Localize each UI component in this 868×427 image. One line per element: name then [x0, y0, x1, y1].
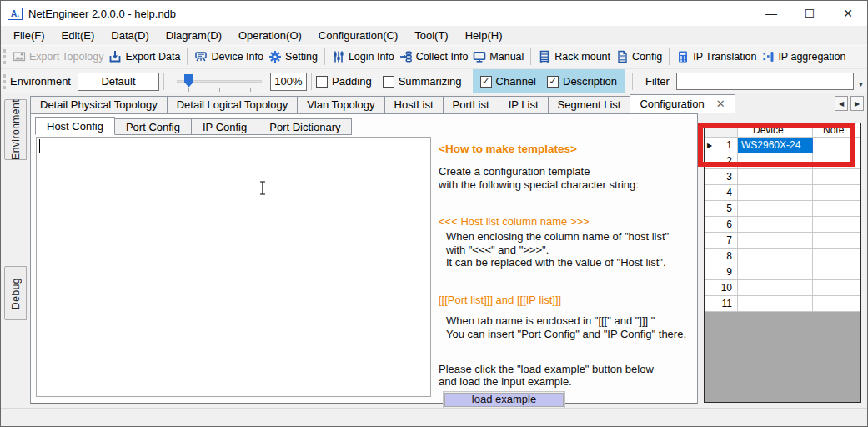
- toolbar-separator: [632, 73, 633, 90]
- export-data-button[interactable]: Export Data: [106, 48, 183, 66]
- channel-checkbox[interactable]: ✓ Channel: [480, 75, 536, 88]
- rack-mount-icon: [538, 50, 551, 63]
- filter-input[interactable]: [676, 73, 854, 90]
- sidebar-tab-debug[interactable]: Debug: [4, 266, 27, 320]
- note-cell[interactable]: [813, 296, 860, 312]
- row-header[interactable]: 5: [705, 201, 738, 217]
- config-button[interactable]: Config: [613, 48, 665, 66]
- menu-operation[interactable]: Operation(O): [230, 29, 310, 42]
- note-cell[interactable]: [813, 217, 860, 233]
- maximize-button[interactable]: ☐: [790, 1, 829, 26]
- note-cell[interactable]: [813, 233, 860, 249]
- note-cell[interactable]: [813, 185, 860, 201]
- table-row[interactable]: 3: [705, 169, 860, 185]
- row-header[interactable]: 6: [705, 217, 738, 233]
- note-cell[interactable]: [813, 169, 860, 185]
- padding-checkbox[interactable]: Padding: [316, 75, 372, 88]
- export-topology-button[interactable]: Export Topology: [10, 48, 106, 66]
- note-cell[interactable]: [813, 280, 860, 296]
- manual-button[interactable]: Manual: [470, 48, 526, 66]
- note-cell[interactable]: [813, 249, 860, 264]
- tab-detail-logical-topology[interactable]: Detail Logical Topology: [167, 96, 298, 113]
- login-info-button[interactable]: Login Info: [329, 48, 397, 66]
- summarizing-checkbox-box[interactable]: [383, 76, 394, 88]
- ip-translation-button[interactable]: IP Translation: [674, 48, 759, 66]
- tab-segment-list[interactable]: Segment List: [548, 96, 631, 113]
- load-example-button[interactable]: load example: [444, 393, 564, 407]
- note-cell[interactable]: [813, 201, 860, 217]
- table-row[interactable]: 10: [705, 280, 860, 296]
- device-cell[interactable]: [738, 201, 813, 217]
- tab-vlan-topology[interactable]: Vlan Topology: [297, 96, 384, 113]
- menu-file[interactable]: File(F): [5, 29, 53, 42]
- menu-data[interactable]: Data(D): [103, 29, 158, 42]
- table-row[interactable]: 6: [705, 217, 860, 233]
- tab-scroll-right-button[interactable]: ▶: [850, 96, 864, 111]
- device-cell[interactable]: [738, 233, 813, 249]
- device-cell[interactable]: [738, 264, 813, 280]
- zoom-slider[interactable]: [175, 72, 263, 92]
- channel-checkbox-box[interactable]: ✓: [480, 76, 492, 88]
- tab-portlist[interactable]: PortList: [443, 96, 499, 113]
- zoom-value-box[interactable]: 100%: [270, 73, 307, 91]
- device-cell[interactable]: [738, 280, 813, 296]
- tab-close-icon[interactable]: ✕: [716, 98, 725, 109]
- toolbar-grip[interactable]: [3, 49, 6, 64]
- environment-select[interactable]: Default: [78, 73, 159, 91]
- tab-configuration[interactable]: Configuration ✕: [630, 94, 735, 113]
- filter-label: Filter: [645, 75, 670, 88]
- row-header[interactable]: 11: [705, 296, 738, 312]
- tab-hostlist[interactable]: HostList: [384, 96, 444, 113]
- rack-mount-button[interactable]: Rack mount: [535, 48, 613, 66]
- export-data-icon: [108, 50, 122, 63]
- menu-diagram[interactable]: Diagram(D): [158, 29, 230, 42]
- device-cell[interactable]: [738, 169, 813, 185]
- description-checkbox-box[interactable]: ✓: [547, 76, 559, 88]
- sidebar-tab-environment[interactable]: Environment: [4, 99, 27, 160]
- export-topology-icon: [13, 50, 26, 63]
- padding-checkbox-box[interactable]: [316, 76, 328, 88]
- menu-configuration[interactable]: Configuration(C): [310, 29, 406, 42]
- row-header[interactable]: 8: [705, 249, 738, 264]
- tab-scroll-left-button[interactable]: ◀: [835, 96, 848, 111]
- table-row[interactable]: 7: [705, 233, 860, 249]
- toolbar-overflow-button[interactable]: ▼: [855, 73, 866, 91]
- table-row[interactable]: 8: [705, 249, 860, 264]
- table-row[interactable]: 4: [705, 185, 860, 201]
- device-info-button[interactable]: Device Info: [192, 48, 266, 66]
- table-row[interactable]: 5: [705, 201, 860, 217]
- row-header[interactable]: 4: [705, 185, 738, 201]
- description-checkbox[interactable]: ✓ Description: [547, 75, 617, 88]
- menu-edit[interactable]: Edit(E): [53, 29, 103, 42]
- tab-port-dictionary[interactable]: Port Dictionary: [258, 118, 352, 135]
- row-header[interactable]: 7: [705, 233, 738, 249]
- toolbar-grip[interactable]: [3, 74, 6, 89]
- row-header[interactable]: 9: [705, 264, 738, 280]
- tab-detail-physical-topology[interactable]: Detail Physical Topology: [30, 96, 168, 113]
- ip-aggregation-button[interactable]: IP aggregation: [759, 48, 848, 66]
- row-header[interactable]: 3: [705, 169, 738, 185]
- tab-ip-config[interactable]: IP Config: [191, 118, 258, 135]
- toolbar-separator: [187, 48, 188, 65]
- device-cell[interactable]: [738, 185, 813, 201]
- collect-info-button[interactable]: Collect Info: [397, 48, 471, 66]
- menu-tool[interactable]: Tool(T): [406, 29, 456, 42]
- tab-ip-list[interactable]: IP List: [499, 96, 549, 113]
- note-cell[interactable]: [813, 264, 860, 280]
- menu-help[interactable]: Help(H): [457, 29, 511, 42]
- table-row[interactable]: 11: [705, 296, 860, 312]
- menu-bar: File(F) Edit(E) Data(D) Diagram(D) Opera…: [1, 26, 867, 45]
- minimize-button[interactable]: —: [752, 1, 790, 26]
- device-cell[interactable]: [738, 296, 813, 312]
- zoom-slider-thumb[interactable]: [184, 74, 193, 88]
- table-row[interactable]: 9: [705, 264, 860, 280]
- tab-port-config[interactable]: Port Config: [114, 118, 192, 135]
- device-cell[interactable]: [738, 249, 813, 264]
- config-template-editor[interactable]: [36, 137, 431, 397]
- summarizing-checkbox[interactable]: Summarizing: [383, 75, 462, 88]
- close-button[interactable]: ✕: [829, 1, 867, 26]
- tab-host-config[interactable]: Host Config: [35, 117, 115, 135]
- row-header[interactable]: 10: [705, 280, 738, 296]
- device-cell[interactable]: [738, 217, 813, 233]
- setting-button[interactable]: Setting: [266, 48, 320, 66]
